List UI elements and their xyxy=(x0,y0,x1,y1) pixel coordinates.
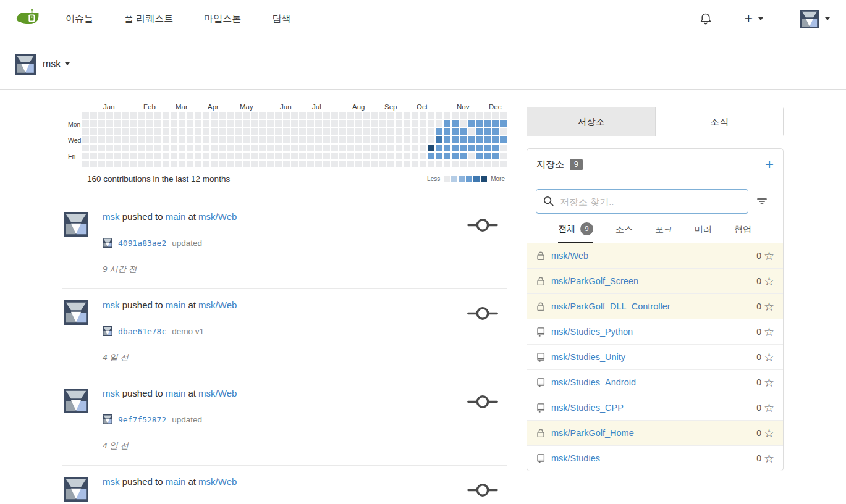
search-icon xyxy=(543,195,554,207)
repo-link[interactable]: msk/Studies_Python xyxy=(551,327,756,337)
create-new-dropdown[interactable]: + xyxy=(745,12,763,26)
heatmap-cell xyxy=(138,161,145,167)
heatmap-cell xyxy=(452,153,459,159)
repo-filter-tab[interactable]: 포크 xyxy=(655,222,672,243)
heatmap-cell xyxy=(243,136,250,143)
feed-user-link[interactable]: msk xyxy=(103,388,120,398)
heatmap-cell xyxy=(347,120,354,127)
feed-user-link[interactable]: msk xyxy=(103,300,120,310)
heatmap-cell xyxy=(355,128,362,135)
nav-item[interactable]: 풀 리퀘스트 xyxy=(124,13,173,25)
nav-item[interactable]: 이슈들 xyxy=(66,13,93,25)
main-content: JanFebMarAprMayJunJulAugSepOctNovDec Mon… xyxy=(0,90,846,504)
heatmap-cell xyxy=(315,161,322,167)
feed-user-avatar[interactable] xyxy=(64,212,88,237)
feed-commit-line: dbae61e78c demo v1 xyxy=(103,326,507,336)
nav-item[interactable]: 마일스톤 xyxy=(204,13,241,25)
heatmap-cell xyxy=(428,128,434,135)
heatmap-cell xyxy=(379,161,386,167)
feed-branch-link[interactable]: main xyxy=(166,476,186,487)
repo-link[interactable]: msk/Web xyxy=(551,251,756,261)
feed-user-avatar[interactable] xyxy=(64,388,88,413)
heatmap-cell xyxy=(90,153,97,159)
repo-link[interactable]: msk/ParkGolf_Home xyxy=(551,428,756,438)
heatmap-legend: Less More xyxy=(425,175,507,182)
plus-icon: + xyxy=(745,12,753,26)
lock-icon xyxy=(536,251,546,261)
sidebar-tab-repositories[interactable]: 저장소 xyxy=(527,107,655,136)
commit-sha-link[interactable]: 4091a83ae2 xyxy=(118,238,166,248)
heatmap-cell xyxy=(323,136,330,143)
repo-link[interactable]: msk/ParkGolf_Screen xyxy=(551,276,756,286)
heatmap-cell xyxy=(323,112,330,119)
feed-user-avatar[interactable] xyxy=(64,477,88,502)
heatmap-cell xyxy=(146,128,153,135)
heatmap-cell xyxy=(211,136,218,143)
heatmap-cell xyxy=(452,128,459,135)
notifications-bell-icon[interactable] xyxy=(699,12,713,26)
legend-less-label: Less xyxy=(427,175,440,182)
heatmap-cell xyxy=(468,153,475,159)
heatmap-cell xyxy=(106,120,113,127)
heatmap-cell xyxy=(484,128,491,135)
repo-filter-button[interactable] xyxy=(748,189,776,214)
feed-timestamp: 4 일 전 xyxy=(103,352,507,363)
heatmap-cell xyxy=(195,161,201,167)
repo-filter-tab[interactable]: 협업 xyxy=(734,222,751,243)
heatmap-cell xyxy=(299,153,306,159)
user-avatar xyxy=(800,10,819,28)
sidebar: 저장소조직 저장소 9 + 전체 9 소스 포크 미러 xyxy=(527,107,784,471)
heatmap-cell xyxy=(339,161,346,167)
repo-star-count: 0 ☆ xyxy=(756,351,774,363)
heatmap-cell xyxy=(444,120,450,127)
nav-item[interactable]: 탐색 xyxy=(272,13,290,25)
heatmap-cell xyxy=(106,112,113,119)
star-icon: ☆ xyxy=(764,402,774,414)
repo-filter-tab[interactable]: 전체 9 xyxy=(558,222,593,243)
heatmap-cell xyxy=(444,153,450,159)
feed-repo-link[interactable]: msk/Web xyxy=(198,211,237,222)
heatmap-cell xyxy=(203,112,209,119)
feed-branch-link[interactable]: main xyxy=(166,388,186,398)
heatmap-cell xyxy=(243,120,250,127)
heatmap-cell xyxy=(339,128,346,135)
feed-branch-link[interactable]: main xyxy=(166,300,186,310)
heatmap-cell xyxy=(106,145,113,151)
star-icon: ☆ xyxy=(764,301,774,313)
heatmap-cell xyxy=(347,112,354,119)
user-menu-dropdown[interactable] xyxy=(800,10,830,28)
heatmap-cell xyxy=(387,161,394,167)
sidebar-tab-organizations[interactable]: 조직 xyxy=(655,107,784,136)
heatmap-cell xyxy=(444,161,450,167)
heatmap-cell xyxy=(331,145,338,151)
heatmap-cell xyxy=(138,145,145,151)
commit-sha-link[interactable]: 9ef7f52872 xyxy=(118,415,166,424)
repo-search-input[interactable] xyxy=(536,189,748,214)
commit-author-avatar xyxy=(103,238,112,248)
repo-filter-tab[interactable]: 미러 xyxy=(695,222,712,243)
feed-user-avatar[interactable] xyxy=(64,300,88,325)
new-repo-button[interactable]: + xyxy=(765,157,774,172)
feed-repo-link[interactable]: msk/Web xyxy=(198,476,237,487)
feed-repo-link[interactable]: msk/Web xyxy=(198,388,237,398)
feed-user-link[interactable]: msk xyxy=(103,211,120,222)
gitea-logo-icon[interactable] xyxy=(16,8,40,30)
heatmap-cell xyxy=(396,136,402,143)
repo-filter-tab[interactable]: 소스 xyxy=(615,222,633,243)
repo-link[interactable]: msk/Studies_Unity xyxy=(551,352,756,362)
heatmap-cell xyxy=(428,136,434,143)
repo-book-icon xyxy=(536,403,546,413)
heatmap-cell xyxy=(347,136,354,143)
commit-sha-link[interactable]: dbae61e78c xyxy=(118,327,166,336)
repo-link[interactable]: msk/Studies_CPP xyxy=(551,403,756,413)
repo-link[interactable]: msk/Studies xyxy=(551,453,756,463)
context-switcher-caret[interactable] xyxy=(65,62,70,65)
heatmap-cell xyxy=(98,161,105,167)
repo-link[interactable]: msk/Studies_Android xyxy=(551,377,756,387)
feed-branch-link[interactable]: main xyxy=(166,211,186,222)
feed-user-link[interactable]: msk xyxy=(103,476,120,487)
heatmap-cell xyxy=(114,153,121,159)
feed-repo-link[interactable]: msk/Web xyxy=(198,300,237,310)
repo-link[interactable]: msk/ParkGolf_DLL_Controller xyxy=(551,301,756,311)
heatmap-cell xyxy=(299,120,306,127)
